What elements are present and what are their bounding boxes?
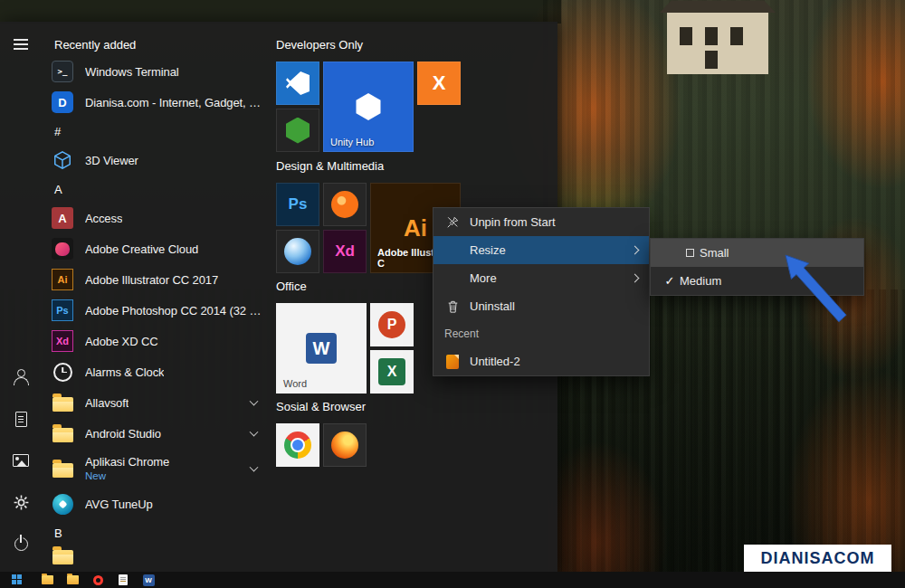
tile-xampp[interactable]: X xyxy=(417,62,461,105)
account-button[interactable] xyxy=(0,356,42,398)
app-row-adobe-xd[interactable]: Xd Adobe XD CC xyxy=(42,326,272,356)
tile-group-title: Developers Only xyxy=(276,38,461,52)
tile-powerpoint[interactable]: P xyxy=(370,303,414,346)
xampp-icon: X xyxy=(433,71,446,95)
photoshop-icon: Ps xyxy=(52,299,73,321)
folder-row-aplikasi-chrome[interactable]: Aplikasi Chrome New xyxy=(42,449,272,488)
folder-icon xyxy=(67,575,79,584)
pictures-button[interactable] xyxy=(0,440,42,481)
app-row-adobe-creative-cloud[interactable]: Adobe Creative Cloud xyxy=(42,233,272,264)
settings-button[interactable] xyxy=(0,481,42,523)
xd-icon: Xd xyxy=(335,242,355,261)
check-icon: ✓ xyxy=(660,274,680,288)
power-button[interactable] xyxy=(0,523,42,564)
taskbar: W xyxy=(0,572,905,588)
chevron-right-icon xyxy=(631,274,640,283)
app-row-alarms-clock[interactable]: Alarms & Clock xyxy=(42,356,272,387)
tile-adobe-xd[interactable]: Xd xyxy=(323,230,367,273)
tile-word[interactable]: W Word xyxy=(276,303,367,394)
taskbar-folder[interactable] xyxy=(60,572,85,588)
app-row-3d-viewer[interactable]: 3D Viewer xyxy=(42,145,272,175)
illustrator-icon: Ai xyxy=(404,214,427,242)
documents-button[interactable] xyxy=(0,398,42,440)
small-tile-icon xyxy=(686,249,694,257)
app-row-adobe-illustrator[interactable]: Ai Adobe Illustrator CC 2017 xyxy=(42,264,272,295)
menu-item-untitled-2[interactable]: Untitled-2 xyxy=(433,347,649,375)
tile-photoshop[interactable]: Ps xyxy=(276,183,319,226)
menu-item-resize[interactable]: Resize xyxy=(433,236,649,264)
tile-group-developers: Developers Only Unity Hub X xyxy=(276,38,461,152)
section-header-b[interactable]: B xyxy=(42,519,272,546)
gear-icon xyxy=(13,494,30,511)
recent-section-header: Recent xyxy=(433,320,649,347)
folder-icon xyxy=(52,550,73,564)
folder-icon xyxy=(52,397,73,412)
green-hexagon-icon xyxy=(286,118,310,144)
word-icon: W xyxy=(143,574,155,586)
tile-group-sosial-browser: Sosial & Browser xyxy=(276,400,461,467)
xd-icon: Xd xyxy=(52,330,73,352)
tile-unity-hub[interactable]: Unity Hub xyxy=(323,62,414,152)
unpin-icon xyxy=(446,216,459,229)
document-icon xyxy=(15,412,27,427)
firefox-icon xyxy=(331,432,358,459)
windows-logo-icon xyxy=(12,574,23,585)
photoshop-icon: Ps xyxy=(289,195,308,213)
3d-cube-icon xyxy=(52,150,72,170)
folder-icon xyxy=(52,463,73,478)
start-button[interactable] xyxy=(0,572,34,588)
notes-icon xyxy=(119,574,128,585)
file-explorer-icon xyxy=(42,575,53,584)
wallpaper-house xyxy=(667,11,768,74)
folder-row-allavsoft[interactable]: Allavsoft xyxy=(42,387,272,418)
start-sidebar xyxy=(0,22,42,572)
tile-vscode[interactable] xyxy=(276,62,319,105)
taskbar-word[interactable]: W xyxy=(136,572,161,588)
app-row-adobe-photoshop[interactable]: Ps Adobe Photoshop CC 2014 (32 Bit) xyxy=(42,295,272,326)
taskbar-opera[interactable] xyxy=(85,572,110,588)
watermark: DIANISACOM xyxy=(744,545,891,572)
chevron-down-icon xyxy=(250,397,259,406)
creative-cloud-icon xyxy=(52,238,73,260)
app-row-windows-terminal[interactable]: >_ Windows Terminal xyxy=(42,56,272,87)
section-header-hash[interactable]: # xyxy=(42,118,272,145)
tile-orange-circle-app[interactable] xyxy=(323,183,367,226)
user-icon xyxy=(13,369,29,385)
tile-green-hexagon-app[interactable] xyxy=(276,109,319,152)
excel-icon: X xyxy=(378,358,405,385)
powerpoint-icon: P xyxy=(378,311,405,338)
tile-excel[interactable]: X xyxy=(370,350,414,394)
folder-row-android-studio[interactable]: Android Studio xyxy=(42,418,272,449)
hamburger-icon xyxy=(14,39,28,50)
tile-blue-sphere-app[interactable] xyxy=(276,230,319,273)
chrome-icon xyxy=(284,432,311,459)
dianisa-icon: D xyxy=(52,91,73,113)
avg-icon xyxy=(52,494,73,515)
ai-file-icon xyxy=(446,355,459,369)
taskbar-notes[interactable] xyxy=(110,572,136,588)
new-badge: New xyxy=(85,469,169,482)
tile-firefox[interactable] xyxy=(323,423,367,467)
chevron-down-icon xyxy=(250,428,259,437)
annotation-arrow xyxy=(763,235,862,330)
tile-context-menu: Unpin from Start Resize More Uninstall R… xyxy=(433,207,650,376)
terminal-icon: >_ xyxy=(52,61,73,82)
app-row-avg-tuneup[interactable]: AVG TuneUp xyxy=(42,488,272,519)
folder-row-partial[interactable] xyxy=(42,546,272,564)
tile-chrome[interactable] xyxy=(276,423,319,467)
expand-menu-button[interactable] xyxy=(0,24,42,65)
menu-item-uninstall[interactable]: Uninstall xyxy=(433,292,649,320)
section-header-a[interactable]: A xyxy=(42,175,272,203)
folder-icon xyxy=(52,428,73,442)
orange-circle-icon xyxy=(331,191,358,218)
section-header-recently-added: Recently added xyxy=(42,33,272,56)
app-row-access[interactable]: A Access xyxy=(42,203,272,233)
chevron-down-icon xyxy=(250,463,259,472)
menu-item-more[interactable]: More xyxy=(433,264,649,292)
taskbar-file-explorer[interactable] xyxy=(34,572,60,588)
app-row-dianisa[interactable]: D Dianisa.com - Internet, Gadget, dan... xyxy=(42,87,272,118)
wallpaper-shade xyxy=(0,0,561,24)
opera-icon xyxy=(93,575,103,585)
menu-item-unpin[interactable]: Unpin from Start xyxy=(433,208,649,236)
tile-group-title: Design & Multimedia xyxy=(276,159,461,174)
